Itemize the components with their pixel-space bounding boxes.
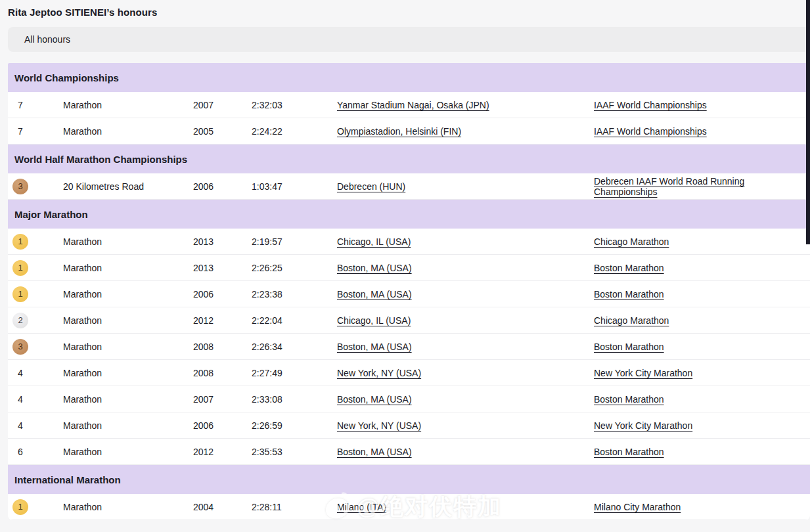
discipline-label: Marathon <box>63 263 102 273</box>
table-row: 2Marathon20122:22:04Chicago, IL (USA)Chi… <box>8 307 810 334</box>
year-cell: 2013 <box>193 255 252 280</box>
competition-cell: Boston Marathon <box>594 281 810 307</box>
filter-label: All honours <box>24 34 70 45</box>
year-label: 2007 <box>193 100 214 110</box>
competition-link[interactable]: IAAF World Championships <box>594 100 707 110</box>
venue-link[interactable]: Milano (ITA) <box>337 502 386 512</box>
year-cell: 2006 <box>193 412 252 438</box>
all-honours-filter-button[interactable]: All honours <box>8 27 810 52</box>
discipline-cell: Marathon <box>63 307 193 333</box>
scrollbar-thumb[interactable] <box>806 0 810 244</box>
medal-badge-gold: 1 <box>12 286 28 302</box>
competition-link[interactable]: Boston Marathon <box>594 263 664 273</box>
place-cell: 1 <box>8 229 63 254</box>
year-cell: 2012 <box>193 307 252 333</box>
table-row: 4Marathon20082:27:49New York, NY (USA)Ne… <box>8 360 810 386</box>
section-header: World Half Marathon Championships <box>8 144 810 173</box>
mark-cell: 2:24:22 <box>252 118 337 144</box>
venue-link[interactable]: Boston, MA (USA) <box>337 342 412 352</box>
table-row: 4Marathon20062:26:59New York, NY (USA)Ne… <box>8 412 810 439</box>
competition-cell: New York City Marathon <box>594 412 810 438</box>
table-row: 1Marathon20042:28:11Milano (ITA)Milano C… <box>8 494 810 520</box>
competition-link[interactable]: Boston Marathon <box>594 394 664 405</box>
competition-link[interactable]: Chicago Marathon <box>594 315 669 326</box>
discipline-cell: Marathon <box>63 412 193 438</box>
table-row: 1Marathon20062:23:38Boston, MA (USA)Bost… <box>8 281 810 307</box>
venue-link[interactable]: Boston, MA (USA) <box>337 263 412 273</box>
competition-cell: Chicago Marathon <box>594 229 810 254</box>
medal-badge-gold: 1 <box>12 234 28 250</box>
medal-badge-bronze: 3 <box>12 339 28 355</box>
competition-link[interactable]: IAAF World Championships <box>594 126 707 137</box>
place-cell: 1 <box>8 281 63 307</box>
competition-cell: Boston Marathon <box>594 255 810 280</box>
discipline-label: Marathon <box>63 315 102 326</box>
venue-cell: New York, NY (USA) <box>337 412 594 438</box>
discipline-label: Marathon <box>63 236 102 247</box>
discipline-label: 20 Kilometres Road <box>63 181 144 192</box>
venue-link[interactable]: Boston, MA (USA) <box>337 447 412 457</box>
mark-label: 2:26:25 <box>252 263 282 273</box>
medal-badge-bronze: 3 <box>12 179 28 194</box>
mark-label: 1:03:47 <box>252 181 282 192</box>
discipline-cell: 20 Kilometres Road <box>63 173 193 199</box>
discipline-cell: Marathon <box>63 92 193 118</box>
mark-cell: 2:26:25 <box>252 255 337 280</box>
venue-link[interactable]: Chicago, IL (USA) <box>337 236 411 247</box>
discipline-cell: Marathon <box>63 386 193 412</box>
venue-cell: Milano (ITA) <box>337 494 594 520</box>
discipline-cell: Marathon <box>63 229 193 254</box>
competition-link[interactable]: Milano City Marathon <box>594 502 681 512</box>
table-row: 3Marathon20082:26:34Boston, MA (USA)Bost… <box>8 334 810 360</box>
venue-link[interactable]: Olympiastadion, Helsinki (FIN) <box>337 126 461 137</box>
place-number: 4 <box>18 420 23 431</box>
year-label: 2005 <box>193 126 214 137</box>
discipline-cell: Marathon <box>63 255 193 280</box>
competition-link[interactable]: Chicago Marathon <box>594 236 669 247</box>
section-header: Major Marathon <box>8 200 810 229</box>
competition-link[interactable]: Boston Marathon <box>594 447 664 457</box>
venue-cell: Boston, MA (USA) <box>337 255 594 280</box>
place-cell: 2 <box>8 307 63 333</box>
competition-cell: Debrecen IAAF World Road Running Champio… <box>594 173 810 199</box>
mark-cell: 2:26:59 <box>252 412 337 438</box>
year-cell: 2008 <box>193 334 252 359</box>
mark-cell: 2:35:53 <box>252 439 337 464</box>
mark-cell: 1:03:47 <box>252 173 337 199</box>
section-title: International Marathon <box>14 474 121 485</box>
competition-cell: IAAF World Championships <box>594 92 810 118</box>
venue-link[interactable]: Yanmar Stadium Nagai, Osaka (JPN) <box>337 100 489 110</box>
mark-label: 2:24:22 <box>252 126 282 137</box>
discipline-cell: Marathon <box>63 281 193 307</box>
year-label: 2006 <box>193 181 214 192</box>
venue-link[interactable]: New York, NY (USA) <box>337 368 421 378</box>
mark-label: 2:26:59 <box>252 420 282 431</box>
competition-link[interactable]: Boston Marathon <box>594 289 664 299</box>
competition-link[interactable]: Debrecen IAAF World Road Running Champio… <box>594 176 810 197</box>
year-cell: 2006 <box>193 173 252 199</box>
mark-label: 2:32:03 <box>252 100 282 110</box>
discipline-label: Marathon <box>63 420 102 431</box>
venue-link[interactable]: Chicago, IL (USA) <box>337 315 411 326</box>
competition-cell: Chicago Marathon <box>594 307 810 333</box>
section-title: Major Marathon <box>14 209 88 220</box>
year-cell: 2007 <box>193 92 252 118</box>
discipline-cell: Marathon <box>63 118 193 144</box>
competition-cell: New York City Marathon <box>594 360 810 386</box>
mark-cell: 2:23:38 <box>252 281 337 307</box>
venue-cell: Boston, MA (USA) <box>337 386 594 412</box>
place-number: 6 <box>18 447 23 457</box>
year-label: 2012 <box>193 315 214 326</box>
venue-cell: Boston, MA (USA) <box>337 281 594 307</box>
venue-link[interactable]: Boston, MA (USA) <box>337 289 412 299</box>
venue-link[interactable]: Boston, MA (USA) <box>337 394 412 405</box>
venue-link[interactable]: New York, NY (USA) <box>337 420 421 431</box>
mark-cell: 2:22:04 <box>252 307 337 333</box>
competition-link[interactable]: New York City Marathon <box>594 420 692 431</box>
venue-link[interactable]: Debrecen (HUN) <box>337 181 405 192</box>
year-cell: 2012 <box>193 439 252 464</box>
section-title: World Half Marathon Championships <box>14 154 187 165</box>
competition-link[interactable]: New York City Marathon <box>594 368 692 378</box>
place-cell: 1 <box>8 494 63 520</box>
competition-link[interactable]: Boston Marathon <box>594 342 664 352</box>
